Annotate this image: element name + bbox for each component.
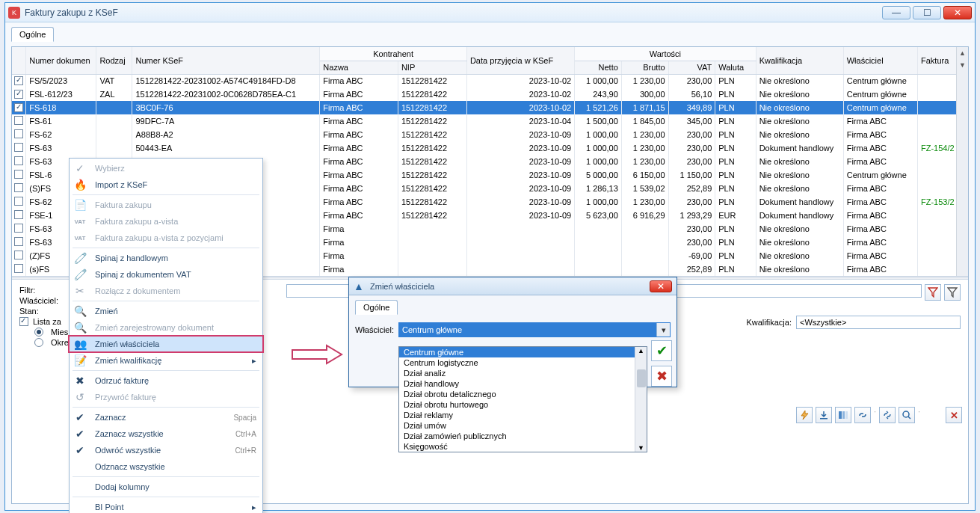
dialog-ok-button[interactable]: ✔	[651, 340, 672, 361]
chevron-right-icon: ▸	[252, 356, 256, 366]
row-checkbox[interactable]	[14, 116, 23, 125]
svg-marker-1	[948, 288, 957, 297]
dialog-close-button[interactable]: ✕	[650, 280, 672, 292]
menu-item[interactable]: Dodaj kolumny	[70, 479, 262, 495]
window-title: Faktury zakupu z KSeF	[25, 7, 882, 18]
menu-separator	[73, 194, 259, 195]
col-nazwa[interactable]: Nazwa	[320, 61, 398, 74]
dropdown-option[interactable]: Dział zamówień publicznych	[399, 431, 635, 441]
menu-item-label: Zmień zarejestrowany dokument	[95, 323, 256, 332]
stan-label: Stan:	[19, 307, 64, 316]
row-checkbox[interactable]	[14, 90, 23, 99]
colgroup-kontrahent: Kontrahent	[320, 47, 467, 61]
row-checkbox[interactable]	[14, 210, 23, 219]
dropdown-option[interactable]: Dział handlowy	[399, 378, 635, 389]
filtr-label: Filtr:	[19, 286, 64, 295]
menu-item[interactable]: 📝Zmień kwalifikację▸	[70, 352, 262, 369]
col-kwalifikacja[interactable]: Kwalifikacja	[756, 47, 843, 74]
dropdown-option[interactable]: Księgowość	[399, 441, 635, 452]
radio-mies[interactable]	[34, 328, 43, 337]
menu-item[interactable]: 🔥Import z KSeF	[70, 176, 262, 193]
menu-item: VATFaktura zakupu a-vista	[70, 213, 262, 230]
menu-item[interactable]: 👥Zmień właściciela	[70, 336, 262, 352]
dropdown-option[interactable]: Dział obrotu hurtowego	[399, 399, 635, 410]
kwalifikacja-filter-label: Kwalifikacja:	[746, 318, 792, 327]
menu-item[interactable]: ✔ZaznaczSpacja	[70, 409, 262, 426]
grid-scrollbar[interactable]: ▲ ▼	[956, 47, 968, 276]
row-checkbox[interactable]	[14, 197, 23, 206]
col-netto[interactable]: Netto	[575, 61, 622, 74]
col-numer-ksef[interactable]: Numer KSeF	[132, 47, 320, 74]
row-checkbox[interactable]	[14, 251, 23, 259]
col-nip[interactable]: NIP	[398, 61, 466, 74]
action-link-button[interactable]	[854, 407, 871, 423]
col-numer-dokumen[interactable]: Numer dokumen	[26, 47, 96, 74]
action-thunder-button[interactable]	[796, 407, 813, 423]
action-delete-button[interactable]: ✕	[946, 407, 962, 423]
owner-select[interactable]: Centrum główne ▾	[398, 322, 671, 337]
row-checkbox[interactable]	[14, 143, 23, 152]
menu-item-icon	[71, 458, 89, 475]
menu-item[interactable]: Odznacz wszystkie	[70, 458, 262, 475]
kwalifikacja-filter-combo[interactable]: <Wszystkie>	[796, 316, 961, 329]
action-import-button[interactable]	[816, 407, 832, 423]
row-checkbox[interactable]	[14, 183, 23, 192]
dropdown-option[interactable]: Centrum logistyczne	[399, 357, 635, 368]
radio-okres[interactable]	[34, 338, 43, 347]
dropdown-option[interactable]: Dział analiz	[399, 368, 635, 378]
row-checkbox[interactable]	[14, 170, 23, 179]
menu-item[interactable]: 🧷Spinaj z dokumentem VAT	[70, 266, 262, 283]
menu-item[interactable]: BI Point▸	[70, 499, 262, 513]
dialog-cancel-button[interactable]: ✖	[651, 366, 672, 387]
dropdown-scrollbar[interactable]: ▲ ▼	[635, 347, 647, 452]
lista-za-checkbox[interactable]	[19, 317, 28, 326]
row-checkbox[interactable]	[14, 237, 23, 246]
menu-item[interactable]: ✔Zaznacz wszystkieCtrl+A	[70, 426, 262, 442]
annotation-arrow-icon	[291, 344, 343, 366]
col-vat[interactable]: VAT	[668, 61, 715, 74]
table-row[interactable]: FS-6199DFC-7AFirma ABC15122814222023-10-…	[12, 114, 968, 128]
menu-separator	[73, 497, 259, 497]
col-wlasciciel[interactable]: Właściciel	[843, 47, 917, 74]
apply-filter-button[interactable]	[944, 284, 961, 301]
tab-ogolne[interactable]: Ogólne	[11, 27, 54, 42]
menu-item[interactable]: ✔Odwróć wszystkieCtrl+R	[70, 442, 262, 458]
table-row[interactable]: FSL-612/23ZAL1512281422-20231002-0C0628D…	[12, 87, 968, 101]
minimize-button[interactable]: —	[882, 6, 910, 19]
dropdown-option[interactable]: Dział umów	[399, 420, 635, 431]
table-row[interactable]: FS/5/2023VAT1512281422-20231002-A574C491…	[12, 74, 968, 87]
menu-item[interactable]: 🔍Zmień	[70, 303, 262, 319]
col-data[interactable]: Data przyjęcia w KSeF	[466, 47, 574, 74]
maximize-button[interactable]: ☐	[913, 6, 941, 19]
dialog-tab-ogolne[interactable]: Ogólne	[355, 300, 398, 315]
row-checkbox[interactable]	[14, 264, 23, 273]
row-checkbox[interactable]	[14, 156, 23, 165]
col-rodzaj[interactable]: Rodzaj	[96, 47, 132, 74]
row-checkbox[interactable]	[14, 76, 23, 85]
col-check[interactable]	[12, 47, 26, 74]
col-brutto[interactable]: Brutto	[621, 61, 668, 74]
row-checkbox[interactable]	[14, 103, 23, 112]
menu-item[interactable]: 🧷Spinaj z handlowym	[70, 250, 262, 266]
action-lookup-button[interactable]	[899, 407, 915, 423]
menu-item-label: BI Point	[95, 503, 246, 512]
action-columns-button[interactable]	[835, 407, 851, 423]
close-button[interactable]: ✕	[943, 6, 972, 19]
owner-dropdown-list[interactable]: Centrum główneCentrum logistyczneDział a…	[398, 346, 647, 452]
col-waluta[interactable]: Waluta	[715, 61, 756, 74]
build-filter-button[interactable]	[925, 284, 941, 301]
menu-item-icon: 🧷	[71, 250, 89, 266]
menu-item: VATFaktura zakupu a-vista z pozycjami	[70, 230, 262, 246]
menu-item[interactable]: ✖Odrzuć fakturę	[70, 372, 262, 389]
table-row[interactable]: FS-62A88B8-A2Firma ABC15122814222023-10-…	[12, 128, 968, 141]
dropdown-option[interactable]: Dział obrotu detalicznego	[399, 389, 635, 399]
svg-point-7	[903, 411, 909, 417]
action-unlink-button[interactable]	[879, 407, 896, 423]
dropdown-option[interactable]: Centrum główne	[399, 347, 635, 357]
table-row[interactable]: FS-6183BC0F-76Firma ABC15122814222023-10…	[12, 101, 968, 114]
menu-item-icon: 🔍	[71, 319, 89, 336]
row-checkbox[interactable]	[14, 129, 23, 138]
table-row[interactable]: FS-6350443-EAFirma ABC15122814222023-10-…	[12, 141, 968, 155]
row-checkbox[interactable]	[14, 224, 23, 233]
dropdown-option[interactable]: Dział reklamy	[399, 410, 635, 420]
